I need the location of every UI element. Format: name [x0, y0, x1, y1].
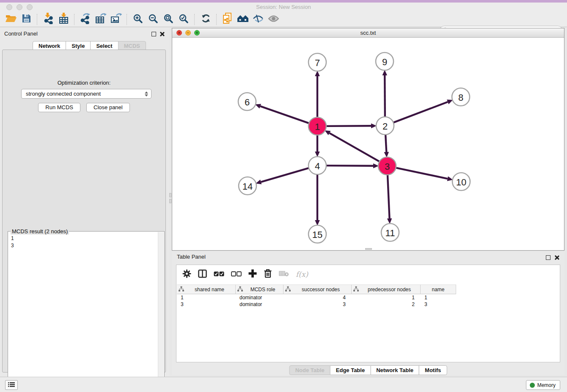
zoom-in-button[interactable]: [130, 13, 146, 26]
import-network-button[interactable]: [41, 13, 56, 26]
edge-3-10[interactable]: [396, 168, 453, 181]
network-resize-grip[interactable]: [365, 248, 372, 250]
table-settings-button[interactable]: [182, 269, 191, 280]
node-15[interactable]: 15: [308, 225, 326, 243]
refresh-icon: [201, 14, 211, 25]
node-4[interactable]: 4: [308, 157, 326, 174]
cell-predecessor-nodes[interactable]: 1: [352, 294, 421, 301]
optimization-criterion-label: Optimization criterion:: [3, 80, 165, 86]
network-window-title: scc.txt: [172, 30, 564, 36]
edge-4-3[interactable]: [326, 163, 379, 168]
houses-icon: [237, 14, 249, 25]
edge-3-1[interactable]: [325, 130, 380, 162]
column-header-predecessor-nodes[interactable]: predecessor nodes: [352, 284, 421, 294]
save-session-button[interactable]: [19, 13, 34, 26]
zoom-fit-button[interactable]: [161, 13, 176, 26]
export-table-button[interactable]: [93, 13, 108, 26]
cell-successor-nodes[interactable]: 3: [284, 301, 352, 308]
node-9[interactable]: 9: [376, 52, 394, 70]
first-neighbors-button[interactable]: [235, 13, 250, 26]
export-image-button[interactable]: [108, 13, 124, 26]
node-11[interactable]: 11: [381, 224, 399, 241]
delete-column-button[interactable]: [264, 269, 272, 280]
cell-MCDS-role[interactable]: dominator: [236, 301, 284, 308]
table-row[interactable]: 3dominator323: [177, 301, 456, 308]
cell-successor-nodes[interactable]: 4: [284, 294, 352, 301]
column-header-shared-name[interactable]: shared name: [177, 284, 236, 294]
criterion-select[interactable]: strongly connected component: [21, 89, 151, 99]
select-all-rows-button[interactable]: [214, 271, 224, 278]
apply-layout-button[interactable]: [198, 13, 213, 26]
zoom-selected-button[interactable]: [176, 13, 191, 26]
list-icon: [8, 381, 15, 389]
mcds-result-text[interactable]: 1 3: [8, 233, 158, 389]
table-toolbar: f(x): [176, 265, 560, 284]
memory-status-icon: [530, 383, 535, 388]
zoom-out-icon: [148, 14, 158, 25]
edge-1-6[interactable]: [255, 104, 309, 123]
hide-selected-button[interactable]: [250, 13, 266, 26]
tab-node-table[interactable]: Node Table: [289, 365, 330, 375]
node-2[interactable]: 2: [376, 117, 394, 135]
cell-shared-name[interactable]: 3: [177, 301, 236, 308]
cell-name[interactable]: 1: [421, 294, 456, 301]
gear-icon: [182, 269, 191, 280]
edge-3-11[interactable]: [387, 174, 392, 224]
tab-motifs[interactable]: Motifs: [419, 365, 447, 375]
edge-2-9[interactable]: [382, 70, 387, 117]
edge-1-4[interactable]: [315, 135, 320, 157]
show-all-button[interactable]: [266, 13, 281, 26]
cell-shared-name[interactable]: 1: [177, 294, 236, 301]
split-view-button[interactable]: [198, 269, 207, 280]
plus-icon: [248, 269, 257, 279]
network-window-titlebar[interactable]: × − + scc.txt: [172, 28, 564, 38]
function-builder-button[interactable]: f(x): [296, 270, 308, 279]
edge-1-2[interactable]: [326, 123, 377, 128]
memory-button[interactable]: Memory: [526, 380, 560, 390]
mcds-result-scrollbar[interactable]: [158, 232, 164, 391]
node-6[interactable]: 6: [238, 93, 256, 110]
node-3[interactable]: 3: [378, 157, 396, 175]
close-panel-button[interactable]: Close panel: [86, 103, 130, 112]
edge-4-15[interactable]: [315, 174, 320, 226]
zoom-out-button[interactable]: [146, 13, 161, 26]
open-folder-icon: [6, 14, 17, 25]
export-network-button[interactable]: [78, 13, 93, 26]
column-header-name[interactable]: name: [421, 284, 456, 294]
panel-splitter[interactable]: [169, 193, 171, 206]
node-1[interactable]: 1: [308, 117, 326, 135]
node-8[interactable]: 8: [452, 88, 470, 106]
float-table-panel-icon[interactable]: [546, 255, 550, 260]
edge-2-3[interactable]: [384, 134, 389, 157]
node-label-3: 3: [385, 161, 390, 172]
open-session-button[interactable]: [3, 13, 19, 26]
column-header-successor-nodes[interactable]: successor nodes: [284, 284, 352, 294]
network-canvas[interactable]: 7968124314101511: [172, 38, 564, 251]
deselect-all-rows-button[interactable]: [231, 271, 242, 278]
float-panel-icon[interactable]: [151, 32, 156, 36]
tab-edge-table[interactable]: Edge Table: [330, 365, 371, 375]
node-10[interactable]: 10: [452, 173, 470, 190]
close-panel-icon[interactable]: [159, 31, 165, 37]
run-mcds-button[interactable]: Run MCDS: [38, 103, 80, 112]
trash-icon: [264, 269, 272, 280]
clone-network-button[interactable]: [220, 13, 235, 26]
edge-2-8[interactable]: [393, 99, 453, 123]
cell-MCDS-role[interactable]: dominator: [236, 294, 284, 301]
column-header-MCDS-role[interactable]: MCDS role: [236, 284, 284, 294]
import-table-button[interactable]: [56, 13, 71, 26]
edge-1-7[interactable]: [315, 71, 320, 118]
control-panel: Control Panel NetworkStyleSelectMCDS Opt…: [0, 28, 169, 376]
close-table-panel-icon[interactable]: [554, 255, 559, 260]
node-14[interactable]: 14: [239, 177, 256, 195]
table-row[interactable]: 1dominator411: [177, 294, 456, 301]
cell-name[interactable]: 3: [421, 301, 456, 308]
task-history-button[interactable]: [5, 380, 18, 390]
tab-network-table[interactable]: Network Table: [370, 365, 419, 375]
cell-predecessor-nodes[interactable]: 2: [352, 301, 421, 308]
eye-slash-icon: [253, 14, 264, 25]
add-column-button[interactable]: [248, 269, 257, 279]
edge-4-14[interactable]: [256, 168, 309, 185]
delete-table-button[interactable]: [279, 271, 289, 279]
node-7[interactable]: 7: [308, 53, 326, 71]
